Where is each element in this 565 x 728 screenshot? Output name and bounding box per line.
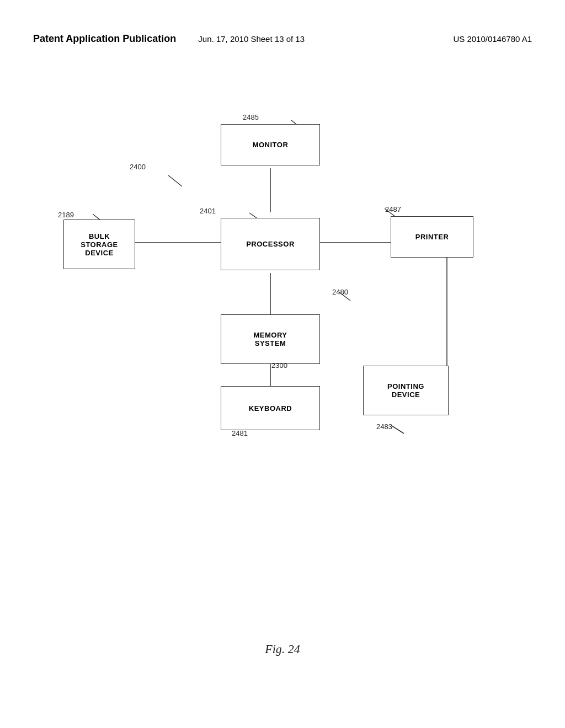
- keyboard-box: KEYBOARD: [221, 386, 320, 430]
- bulk-storage-label: BULK STORAGE DEVICE: [81, 232, 118, 257]
- processor-box: PROCESSOR: [221, 218, 320, 270]
- monitor-label: MONITOR: [253, 141, 289, 149]
- ref-2481: 2481: [232, 429, 248, 437]
- ref-2480: 2480: [332, 288, 348, 296]
- pointing-device-box: POINTING DEVICE: [363, 366, 449, 415]
- processor-label: PROCESSOR: [246, 240, 295, 248]
- ref-2300: 2300: [271, 361, 287, 370]
- ref-2189: 2189: [58, 211, 74, 219]
- patent-page: Patent Application Publication Jun. 17, …: [0, 0, 565, 728]
- bulk-storage-box: BULK STORAGE DEVICE: [63, 220, 135, 269]
- printer-box: PRINTER: [391, 216, 473, 258]
- printer-label: PRINTER: [415, 233, 449, 241]
- header-title: Patent Application Publication: [33, 33, 176, 45]
- diagram: 2400 2485 MONITOR 2401 PROCESSOR 2189 BU…: [33, 110, 532, 507]
- memory-system-box: MEMORY SYSTEM: [221, 314, 320, 364]
- header: Patent Application Publication Jun. 17, …: [33, 33, 532, 45]
- ref-2483: 2483: [376, 422, 392, 431]
- memory-system-label: MEMORY SYSTEM: [253, 331, 287, 347]
- header-date: Jun. 17, 2010 Sheet 13 of 13: [198, 34, 305, 44]
- ref-2401: 2401: [200, 207, 216, 215]
- ref-2400: 2400: [130, 163, 146, 171]
- svg-line-8: [168, 175, 182, 186]
- figure-caption: Fig. 24: [265, 642, 300, 656]
- diagram-lines: [33, 110, 532, 507]
- svg-line-16: [392, 426, 404, 433]
- keyboard-label: KEYBOARD: [249, 404, 292, 413]
- ref-2487: 2487: [385, 205, 401, 213]
- header-patent: US 2010/0146780 A1: [453, 34, 532, 44]
- pointing-device-label: POINTING DEVICE: [387, 382, 424, 399]
- monitor-box: MONITOR: [221, 124, 320, 165]
- ref-2485: 2485: [243, 113, 259, 121]
